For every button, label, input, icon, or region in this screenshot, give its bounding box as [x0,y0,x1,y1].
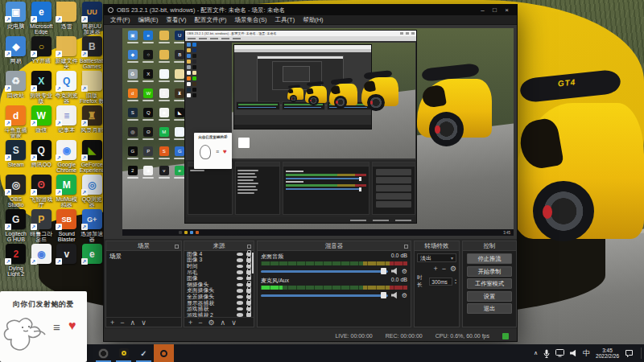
taskbar-app-obs[interactable] [154,344,174,362]
desktop-icon[interactable]: B↗Battlestate Games [80,36,105,71]
scenes-toolbar-button[interactable]: − [120,319,124,327]
desktop-icon[interactable]: ▣↗此电脑 [3,2,29,36]
desktop-icon[interactable]: ♜↗风灵月影 [80,105,105,140]
desktop-icon[interactable]: 2↗Dying Light 2 [3,244,29,278]
desktop-icon[interactable]: ◉↗Google Chrome [54,140,80,175]
menu-item-4[interactable]: 场景集合(S) [231,15,271,24]
taskbar-app-yy[interactable] [114,344,134,362]
transition-tool-button[interactable]: ⚙ [450,265,456,273]
taskbar[interactable]: ✓ ∧ 中 3:45 2022/2/26 [0,344,644,362]
sources-scrollbar[interactable] [252,253,254,274]
desktop-icon[interactable]: ◉↗ [29,244,55,278]
microphone-icon[interactable] [543,349,550,358]
desktop-icon[interactable]: X↗剪映专业版 [29,71,55,105]
visibility-eye-icon[interactable] [237,283,243,287]
volume-icon[interactable] [570,350,577,357]
desktop-icon[interactable]: ○↗YY开播 [29,36,55,71]
duration-spinner[interactable]: ▴▾ [455,278,456,285]
dock-menu-icon[interactable] [175,245,179,249]
close-button[interactable]: × [501,5,513,15]
preview-area[interactable]: ▣eU◆○B♻XQdW≡♜SQ◉◣◎ʘM◎GPSG2◉ve OBS 23.2.1… [104,25,517,239]
desktop-icon[interactable]: ◆↗网易 [3,36,29,71]
scenes-toolbar-button[interactable]: ∨ [141,319,147,327]
control-button-1[interactable]: 开始录制 [467,266,512,277]
show-desktop-button[interactable] [641,348,642,359]
dock-menu-icon[interactable] [404,245,408,249]
transition-tool-button[interactable]: + [433,265,437,273]
speaker-icon[interactable] [391,292,398,299]
volume-slider[interactable] [261,294,388,297]
preview-scene[interactable]: ▣eU◆○B♻XQdW≡♜SQ◉◣◎ʘM◎GPSG2◉ve OBS 23.2.1… [122,28,514,236]
desktop-icon[interactable]: ◎↗OBS Studio [3,175,29,209]
visibility-eye-icon[interactable] [237,265,243,269]
desktop-icon[interactable]: ↗新建文件夹 [54,36,80,71]
desktop-icon[interactable]: M↗MuMu模拟器 [54,175,80,209]
desktop-icon[interactable]: Q↗夸克浏览器 [54,71,80,105]
menu-item-3[interactable]: 配置文件(P) [191,15,231,24]
menu-item-0[interactable]: 文件(F) [106,15,134,24]
sources-toolbar-button[interactable]: + [188,319,192,327]
transition-tool-button[interactable]: − [442,265,446,273]
dock-menu-icon[interactable] [247,245,251,249]
scenes-toolbar-button[interactable]: + [110,319,114,327]
desktop-icon[interactable]: SB↗Sound Blaster [54,209,80,244]
scenes-toolbar-button[interactable]: ∧ [130,319,136,327]
desktop-icon[interactable]: e↗ [80,244,105,278]
desktop-icon[interactable]: S↗Steam [3,140,29,175]
visibility-eye-icon[interactable] [237,307,243,311]
duration-field[interactable]: 300ms [429,278,452,286]
control-button-3[interactable]: 设置 [467,291,512,302]
gear-icon[interactable]: ⚙ [402,292,407,299]
menu-item-1[interactable]: 编辑(E) [134,15,163,24]
obs-titlebar[interactable]: OBS 23.2.1 (32-bit, windows) - 配置文件: 未命名… [104,5,517,15]
visibility-eye-icon[interactable] [237,289,243,293]
desktop-icon[interactable]: e↗Microsoft Edge [29,2,55,36]
source-list[interactable]: 图像 4图像 3时间吊毛图像侧摄像头桌面摄像头全景摄像头显示器捕获游戏捕获游戏捕… [184,251,254,319]
obs-window[interactable]: OBS 23.2.1 (32-bit, windows) - 配置文件: 未命名… [103,4,518,342]
taskbar-app-check[interactable]: ✓ [134,344,154,362]
visibility-eye-icon[interactable] [237,295,243,299]
taskbar-clock[interactable]: 3:45 2022/2/26 [596,348,619,360]
display-icon[interactable] [555,349,564,357]
sources-toolbar-button[interactable]: − [198,319,202,327]
lock-icon[interactable] [246,258,251,262]
control-button-4[interactable]: 退出 [467,303,512,314]
taskbar-app-camera[interactable] [93,344,114,362]
sources-toolbar-button[interactable]: ∨ [231,319,237,327]
desktop-icon[interactable]: d↗斗鱼直播管家 [3,105,29,140]
scene-list[interactable]: 场景 [106,251,181,262]
visibility-eye-icon[interactable] [237,277,243,281]
visibility-eye-icon[interactable] [237,258,243,262]
control-button-0[interactable]: 停止推流 [467,253,512,264]
desktop-icon[interactable]: G↗Logitech G HUB [3,209,29,244]
maximize-button[interactable]: □ [489,5,501,15]
desktop-icon[interactable]: ◎↗QQ浏览器 [80,175,105,209]
desktop-icon[interactable]: ʘ↗飞智游戏厅 [29,175,55,209]
menu-item-5[interactable]: 工具(T) [271,15,299,24]
desktop-icon[interactable]: W↗微信 [29,105,55,140]
desktop-icon[interactable]: G+↗迅游加速器 [80,209,105,244]
transition-select[interactable]: 淡出 ▾ [417,253,456,262]
sources-toolbar-button[interactable]: ∧ [221,319,226,327]
volume-slider[interactable] [261,270,388,273]
lock-icon[interactable] [246,277,251,281]
ime-indicator[interactable]: 中 [583,348,590,359]
action-center-icon[interactable] [625,349,634,358]
desktop-icon[interactable]: P↗배틀그라운드 [29,209,55,244]
desktop-icon[interactable]: Q↗腾讯QQ [29,140,55,175]
tray-expand-icon[interactable]: ∧ [534,350,538,356]
desktop-icon[interactable]: UU↗网易UU加速器 [80,2,105,36]
sources-toolbar-button[interactable]: ⚙ [208,319,215,327]
visibility-eye-icon[interactable] [237,301,243,305]
minimize-button[interactable]: – [477,5,489,15]
visibility-eye-icon[interactable] [237,253,243,257]
desktop-icon[interactable]: v↗ [54,244,80,278]
desktop-icon[interactable]: ↗旧版 Firefox 数据 [80,71,105,105]
desktop-icon[interactable]: ◣↗GeForce Experience [80,140,105,175]
gear-icon[interactable]: ⚙ [402,268,407,275]
control-button-2[interactable]: 工作室模式 [467,278,512,289]
desktop-icon[interactable]: ♻↗回收站 [3,71,29,105]
speaker-icon[interactable] [391,268,398,275]
visibility-eye-icon[interactable] [237,270,243,274]
desktop-icon[interactable]: ≡↗记事本 [54,105,80,140]
